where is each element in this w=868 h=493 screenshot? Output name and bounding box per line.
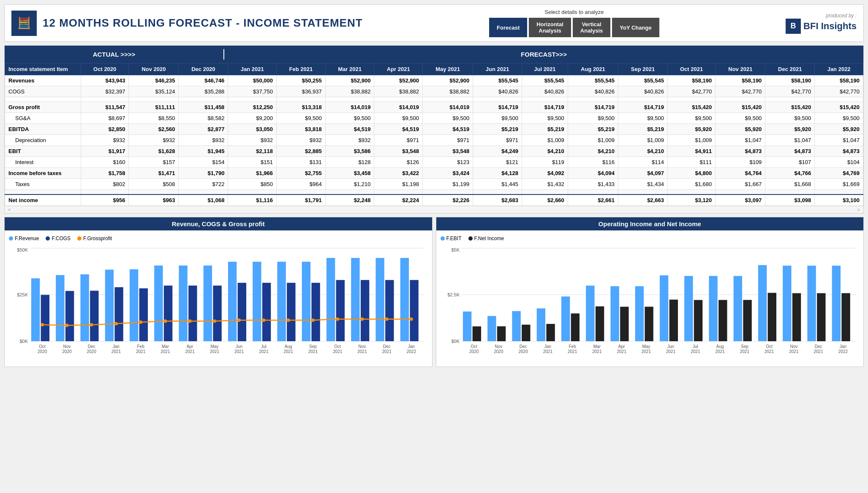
- svg-text:$2.5K: $2.5K: [447, 292, 460, 297]
- select-label: Select details to analyze: [544, 9, 604, 15]
- cell-value: $2,755: [276, 168, 325, 179]
- svg-rect-120: [635, 286, 643, 341]
- svg-rect-132: [709, 276, 717, 341]
- cell-value: $5,920: [765, 124, 815, 135]
- cell-value: [179, 97, 228, 102]
- cell-value: $15,420: [667, 102, 715, 113]
- cell-value: $4,519: [423, 124, 473, 135]
- svg-rect-109: [571, 313, 579, 341]
- cell-value: $2,224: [374, 194, 423, 206]
- svg-text:2021: 2021: [740, 349, 749, 354]
- col-header-feb2021: Feb 2021: [276, 63, 325, 75]
- cell-value: $116: [568, 157, 618, 168]
- cell-value: $14,719: [618, 102, 668, 113]
- cell-value: $4,210: [568, 146, 618, 157]
- svg-rect-11: [65, 291, 74, 341]
- cell-value: $2,118: [228, 146, 277, 157]
- svg-text:2021: 2021: [259, 349, 269, 354]
- svg-text:Mar: Mar: [593, 344, 601, 349]
- table-row: [5, 97, 863, 102]
- svg-text:Jan: Jan: [839, 344, 846, 349]
- bfi-logo: B BFI Insights: [786, 19, 857, 34]
- cell-value: $964: [276, 179, 325, 190]
- svg-text:2020: 2020: [494, 349, 503, 354]
- cell-value: $1,628: [129, 146, 179, 157]
- svg-rect-128: [684, 276, 693, 341]
- tab-yoy[interactable]: YoY Change: [612, 18, 659, 37]
- cell-value: $4,764: [716, 168, 765, 179]
- cell-value: [423, 97, 473, 102]
- svg-text:2021: 2021: [641, 349, 651, 354]
- cell-value: $42,770: [667, 86, 715, 97]
- svg-rect-6: [31, 278, 40, 341]
- cell-value: $114: [618, 157, 668, 168]
- cell-value: [568, 190, 618, 195]
- cell-value: $55,545: [473, 75, 522, 86]
- table-row: Gross profit$11,547$11,111$11,458$12,250…: [5, 102, 863, 113]
- svg-text:Sep: Sep: [309, 344, 317, 349]
- cell-value: [568, 97, 618, 102]
- tab-vertical[interactable]: VerticalAnalysis: [573, 18, 610, 37]
- svg-text:2021: 2021: [568, 349, 577, 354]
- svg-point-71: [65, 323, 68, 327]
- row-label: EBITDA: [5, 124, 81, 135]
- cell-value: $2,660: [522, 194, 568, 206]
- svg-text:Mar: Mar: [162, 344, 169, 349]
- cell-value: $52,900: [423, 75, 473, 86]
- svg-text:Sep: Sep: [740, 344, 748, 349]
- cell-value: $11,458: [179, 102, 228, 113]
- cell-value: $55,545: [618, 75, 668, 86]
- cell-value: $1,434: [618, 179, 668, 190]
- scrollbar-hint: < >: [5, 206, 863, 213]
- svg-text:2020: 2020: [87, 349, 97, 354]
- chart2-area: $5K$2.5K$0KOct2020Nov2020Dec2020Jan2021F…: [441, 244, 860, 362]
- cell-value: $131: [276, 157, 325, 168]
- cell-value: $932: [179, 135, 228, 146]
- cell-value: $5,219: [618, 124, 668, 135]
- row-label: Revenues: [5, 75, 81, 86]
- svg-text:Dec: Dec: [88, 344, 95, 349]
- tab-horizontal[interactable]: HorizontalAnalysis: [529, 18, 571, 37]
- svg-text:2021: 2021: [715, 349, 725, 354]
- cell-value: $963: [129, 194, 179, 206]
- svg-rect-59: [361, 280, 369, 341]
- cell-value: [815, 190, 863, 195]
- col-header-nov2020: Nov 2020: [129, 63, 179, 75]
- svg-text:2020: 2020: [62, 349, 72, 354]
- table-row: Taxes$802$508$722$850$964$1,210$1,198$1,…: [5, 179, 863, 190]
- cell-value: $971: [423, 135, 473, 146]
- svg-rect-100: [512, 311, 520, 341]
- charts-section: Revenue, COGS & Gross profit F.Revenue F…: [4, 217, 864, 367]
- cell-value: $1,791: [276, 194, 325, 206]
- cell-value: $107: [765, 157, 815, 168]
- svg-text:Oct: Oct: [471, 344, 477, 349]
- cell-value: $4,249: [473, 146, 522, 157]
- svg-text:2021: 2021: [765, 349, 774, 354]
- col-header-dec2020: Dec 2020: [179, 63, 228, 75]
- cell-value: $40,826: [568, 86, 618, 97]
- svg-rect-15: [90, 291, 98, 341]
- cell-value: $3,097: [716, 194, 765, 206]
- legend-revenue-label: F.Revenue: [15, 236, 39, 241]
- cell-value: $3,586: [325, 146, 374, 157]
- cell-value: $128: [325, 157, 374, 168]
- svg-rect-26: [154, 266, 163, 341]
- cell-value: $3,424: [423, 168, 473, 179]
- cell-value: $722: [179, 179, 228, 190]
- svg-rect-133: [718, 300, 727, 341]
- svg-text:2022: 2022: [407, 349, 416, 354]
- svg-rect-55: [336, 280, 345, 341]
- svg-text:$50K: $50K: [17, 247, 28, 252]
- svg-text:Jul: Jul: [261, 344, 267, 349]
- cell-value: $109: [716, 157, 765, 168]
- svg-rect-47: [287, 283, 295, 341]
- cell-value: [618, 97, 668, 102]
- cell-value: $5,920: [716, 124, 765, 135]
- cell-value: $4,128: [473, 168, 522, 179]
- cell-value: $58,190: [765, 75, 815, 86]
- tab-forecast[interactable]: Forecast: [489, 18, 527, 37]
- cell-value: $3,120: [667, 194, 715, 206]
- cell-value: $1,009: [522, 135, 568, 146]
- col-header-apr2021: Apr 2021: [374, 63, 423, 75]
- cell-value: $14,019: [374, 102, 423, 113]
